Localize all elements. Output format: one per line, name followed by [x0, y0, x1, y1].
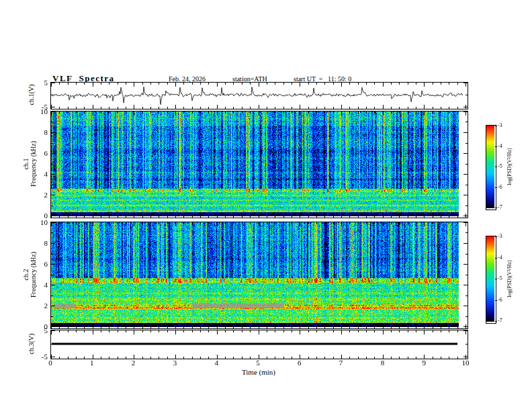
x-minor-tick: [449, 216, 449, 218]
x-minor-tick: [118, 357, 118, 359]
x-minor-tick: [159, 330, 159, 332]
x-minor-tick: [399, 326, 400, 328]
x-minor-tick: [242, 107, 242, 109]
x-minor-tick: [308, 107, 309, 109]
x-major-tick: [300, 83, 300, 87]
x-minor-tick: [349, 111, 350, 113]
x-minor-tick: [242, 222, 242, 224]
x-minor-tick: [126, 326, 126, 328]
x-minor-tick: [408, 357, 408, 359]
x-minor-tick: [399, 107, 400, 109]
x-minor-tick: [59, 330, 60, 332]
x-minor-tick: [101, 357, 101, 359]
x-minor-tick: [275, 107, 275, 109]
x-minor-tick: [200, 222, 201, 224]
panel-ch1-spectrogram: [50, 111, 468, 218]
x-minor-tick: [391, 357, 392, 359]
x-minor-tick: [408, 330, 408, 332]
y-tick-label: 10: [33, 108, 48, 116]
y-minor-tick: [51, 205, 53, 206]
x-minor-tick: [109, 326, 109, 328]
x-minor-tick: [374, 83, 375, 85]
y-minor-tick: [466, 95, 468, 95]
x-minor-tick: [250, 330, 251, 332]
colorbar-tick-label: -4: [498, 144, 502, 149]
x-major-tick: [175, 324, 176, 328]
y-major-tick: [51, 222, 55, 223]
x-minor-tick: [192, 326, 193, 328]
x-minor-tick: [242, 326, 242, 328]
x-minor-tick: [316, 357, 317, 359]
x-minor-tick: [233, 83, 234, 85]
x-minor-tick: [391, 83, 392, 85]
x-minor-tick: [308, 357, 309, 359]
x-minor-tick: [101, 326, 101, 328]
x-minor-tick: [225, 326, 226, 328]
x-minor-tick: [316, 111, 317, 113]
x-minor-tick: [433, 357, 433, 359]
x-minor-tick: [292, 357, 292, 359]
x-minor-tick: [233, 357, 234, 359]
x-major-tick: [424, 105, 425, 109]
vlf-spectra-figure: VLF Spectra Feb. 24, 2026 station=ATH st…: [0, 0, 532, 411]
x-minor-tick: [358, 222, 359, 224]
x-minor-tick: [118, 83, 118, 85]
colorbar-tick: [495, 187, 497, 188]
x-minor-tick: [267, 216, 267, 218]
x-minor-tick: [200, 357, 201, 359]
x-minor-tick: [200, 83, 201, 85]
x-minor-tick: [59, 111, 60, 113]
x-minor-tick: [68, 107, 69, 109]
x-major-tick: [383, 222, 384, 226]
x-minor-tick: [167, 330, 168, 332]
y-minor-tick: [51, 254, 53, 255]
y-major-tick: [463, 330, 468, 331]
x-minor-tick: [449, 222, 449, 224]
x-minor-tick: [142, 107, 143, 109]
x-minor-tick: [366, 326, 367, 328]
x-minor-tick: [416, 83, 416, 85]
x-minor-tick: [308, 330, 309, 332]
x-minor-tick: [358, 83, 359, 85]
x-minor-tick: [408, 107, 408, 109]
x-minor-tick: [225, 83, 226, 85]
x-minor-tick: [159, 107, 159, 109]
y-tick-label: 4: [33, 281, 48, 289]
colorbar-tick-label: -7: [498, 205, 502, 210]
colorbar-tick-label: -5: [498, 276, 502, 281]
x-minor-tick: [333, 111, 334, 113]
x-minor-tick: [242, 330, 242, 332]
x-minor-tick: [150, 111, 151, 113]
x-minor-tick: [109, 83, 109, 85]
y-major-tick: [51, 195, 55, 195]
x-minor-tick: [101, 107, 101, 109]
x-major-tick: [424, 222, 425, 226]
x-major-tick: [341, 330, 342, 334]
x-minor-tick: [250, 107, 251, 109]
x-tick-label: 8: [375, 359, 389, 367]
x-major-tick: [383, 83, 384, 87]
colorbar-ch2: [486, 236, 496, 324]
x-minor-tick: [150, 83, 151, 85]
x-minor-tick: [358, 111, 359, 113]
x-minor-tick: [101, 216, 101, 218]
colorbar-ch2-canvas: [486, 236, 494, 322]
x-minor-tick: [76, 330, 77, 332]
x-minor-tick: [84, 107, 85, 109]
x-minor-tick: [208, 111, 209, 113]
x-minor-tick: [233, 326, 234, 328]
colorbar-tick-label: -6: [498, 298, 502, 303]
x-minor-tick: [457, 111, 458, 113]
x-minor-tick: [167, 107, 168, 109]
x-major-tick: [93, 105, 93, 109]
x-minor-tick: [416, 111, 416, 113]
x-major-tick: [424, 111, 425, 116]
x-minor-tick: [200, 326, 201, 328]
x-minor-tick: [142, 83, 143, 85]
colorbar-ch1-canvas: [486, 126, 494, 208]
x-major-tick: [175, 330, 176, 334]
x-minor-tick: [101, 111, 101, 113]
x-minor-tick: [76, 111, 77, 113]
x-minor-tick: [333, 326, 334, 328]
x-minor-tick: [441, 330, 441, 332]
